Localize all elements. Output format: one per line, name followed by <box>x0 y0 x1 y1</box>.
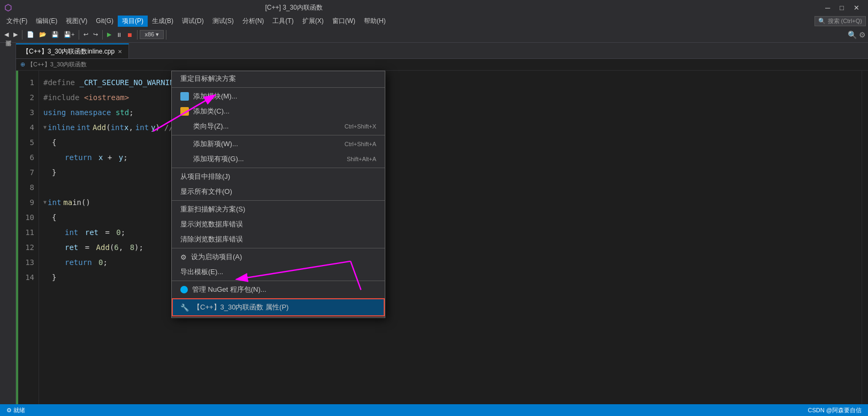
save-all-button[interactable]: 💾+ <box>62 30 77 39</box>
menu-item-retarget[interactable]: 重定目标解决方案 <box>172 71 385 86</box>
redo-button[interactable]: ↪ <box>91 30 100 39</box>
platform-selector[interactable]: x86 ▾ <box>140 30 164 39</box>
code-line-12: ret = Add(6, 8); <box>43 240 862 255</box>
line-num-12: 12 <box>21 240 34 255</box>
title-bar: ⬡ [C++] 3_30内联函数 ─ □ ✕ <box>0 0 868 15</box>
menu-item-add-module[interactable]: 添加模块(M)... <box>172 89 385 104</box>
menu-item-properties[interactable]: 🔧 【C++】3_30内联函数 属性(P) <box>172 298 385 316</box>
menu-item-view[interactable]: 视图(V) <box>62 16 92 27</box>
line-num-1: 1 <box>21 75 34 90</box>
minimize-button[interactable]: ─ <box>821 3 834 13</box>
tab-label: 【C++】3_30内联函数inline.cpp <box>22 47 115 56</box>
menu-item-show-all[interactable]: 显示所有文件(O) <box>172 184 385 199</box>
search-label[interactable]: 搜索 (Ctrl+Q) <box>828 17 862 25</box>
line-num-7: 7 <box>21 165 34 180</box>
menu-item-rescan[interactable]: 重新扫描解决方案(S) <box>172 202 385 217</box>
back-button[interactable]: ◀ <box>2 30 11 39</box>
menu-item-build[interactable]: 生成(B) <box>148 16 178 27</box>
line-num-6: 6 <box>21 150 34 165</box>
editor-area: 【C++】3_30内联函数inline.cpp ✕ ⊕ 【C++】3_30内联函… <box>16 43 868 404</box>
code-line-10: { <box>43 210 862 225</box>
sidebar-icon-solution[interactable]: 解决方案 <box>2 45 14 58</box>
menu-item-analyze[interactable]: 分析(N) <box>238 16 269 27</box>
menu-item-debug[interactable]: 调试(D) <box>178 16 208 27</box>
menu-separator-3 <box>172 168 385 168</box>
toolbar: ◀ ▶ 📄 📂 💾 💾+ ↩ ↪ ▶ ⏸ ⏹ x86 ▾ 🔍 ⚙ <box>0 27 868 43</box>
wrench-icon: 🔧 <box>180 304 189 312</box>
menu-item-clear-db-errors[interactable]: 清除浏览数据库错误 <box>172 232 385 247</box>
menu-separator-1 <box>172 87 385 88</box>
code-line-8 <box>43 180 862 195</box>
breadcrumb-icon: ⊕ <box>20 61 25 68</box>
tab-active[interactable]: 【C++】3_30内联函数inline.cpp ✕ <box>16 43 129 58</box>
green-bar <box>16 71 18 404</box>
line-num-3: 3 <box>21 105 34 120</box>
code-area: 1 2 3 4 5 6 7 8 9 10 11 12 13 14 <box>16 71 868 404</box>
close-button[interactable]: ✕ <box>849 3 864 13</box>
open-button[interactable]: 📂 <box>37 30 49 39</box>
right-toolbar: 🔍 ⚙ <box>848 31 866 39</box>
menu-item-extensions[interactable]: 扩展(X) <box>298 16 328 27</box>
menu-item-help[interactable]: 帮助(H) <box>360 16 390 27</box>
menu-item-edit[interactable]: 编辑(E) <box>32 16 62 27</box>
code-line-4: ▼ inline int Add(int x, int y) // : end) <box>43 120 862 135</box>
nuget-icon <box>180 286 188 293</box>
menu-item-add-new[interactable]: 添加新项(W)... Ctrl+Shift+A <box>172 137 385 152</box>
wizard-icon <box>180 122 189 131</box>
line-numbers: 1 2 3 4 5 6 7 8 9 10 11 12 13 14 <box>19 71 39 404</box>
menu-item-set-startup[interactable]: ⚙ 设为启动项目(A) <box>172 249 385 264</box>
menu-item-file[interactable]: 文件(F) <box>2 16 32 27</box>
save-button[interactable]: 💾 <box>49 30 61 39</box>
line-num-2: 2 <box>21 90 34 105</box>
breadcrumb-text: 【C++】3_30内联函数 <box>27 60 87 69</box>
forward-button[interactable]: ▶ <box>11 30 20 39</box>
code-line-13: return 0; <box>43 255 862 270</box>
code-line-11: int ret = 0; <box>43 225 862 240</box>
menu-item-test[interactable]: 测试(S) <box>208 16 238 27</box>
menu-item-export-template[interactable]: 导出模板(E)... <box>172 264 385 279</box>
line-num-11: 11 <box>21 225 34 240</box>
line-num-14: 14 <box>21 270 34 285</box>
vs-logo: ⬡ <box>4 3 12 13</box>
menu-item-exclude[interactable]: 从项目中排除(J) <box>172 169 385 184</box>
menu-item-project[interactable]: 项目(P) <box>118 16 148 27</box>
menu-item-add-class[interactable]: 添加类(C)... <box>172 104 385 119</box>
line-num-8: 8 <box>21 180 34 195</box>
menu-separator-5 <box>172 248 385 248</box>
status-right: CSDN @阿森要自信 <box>808 406 862 414</box>
new-project-button[interactable]: 📄 <box>25 30 36 39</box>
debug-button[interactable]: ⏸ <box>114 31 124 39</box>
status-left: ⚙ 就绪 <box>6 406 25 414</box>
line-num-9: 9 <box>21 195 34 210</box>
right-scrollbar[interactable] <box>862 71 868 404</box>
status-bar: ⚙ 就绪 CSDN @阿森要自信 <box>0 404 868 416</box>
menu-item-window[interactable]: 窗口(W) <box>328 16 360 27</box>
maximize-button[interactable]: □ <box>835 3 848 13</box>
code-line-1: #define _CRT_SECURE_NO_WARNINGS 1 <box>43 75 862 90</box>
code-line-2: #include <iostream> <box>43 90 862 105</box>
tab-close-icon[interactable]: ✕ <box>118 49 122 55</box>
find-icon[interactable]: 🔍 <box>848 31 857 39</box>
tab-bar: 【C++】3_30内联函数inline.cpp ✕ <box>16 43 868 59</box>
settings-icon[interactable]: ⚙ <box>859 31 866 39</box>
stop-button[interactable]: ⏹ <box>125 31 135 39</box>
code-line-6: return x + y; <box>43 150 862 165</box>
menu-separator-2 <box>172 135 385 135</box>
search-box[interactable]: 🔍 搜索 (Ctrl+Q) <box>814 16 866 26</box>
menu-bar: 文件(F) 编辑(E) 视图(V) Git(G) 项目(P) 生成(B) 调试(… <box>0 15 868 27</box>
existing-icon <box>180 155 189 163</box>
new-item-icon <box>180 140 189 148</box>
menu-item-add-existing[interactable]: 添加现有项(G)... Shift+Alt+A <box>172 152 385 167</box>
dropdown-menu: 重定目标解决方案 添加模块(M)... 添加类(C)... 类向导(Z)... … <box>171 71 385 318</box>
breadcrumb-bar: ⊕ 【C++】3_30内联函数 <box>16 59 868 71</box>
menu-item-tools[interactable]: 工具(T) <box>268 16 298 27</box>
menu-item-nuget[interactable]: 管理 NuGet 程序包(N)... <box>172 282 385 297</box>
menu-item-show-db-errors[interactable]: 显示浏览数据库错误 <box>172 217 385 232</box>
code-content[interactable]: #define _CRT_SECURE_NO_WARNINGS 1 #inclu… <box>39 71 862 404</box>
code-line-3: using namespace std; <box>43 105 862 120</box>
undo-button[interactable]: ↩ <box>81 30 90 39</box>
menu-item-class-wizard[interactable]: 类向导(Z)... Ctrl+Shift+X <box>172 119 385 134</box>
build-button[interactable]: ▶ <box>105 30 113 39</box>
code-line-7: } <box>43 165 862 180</box>
menu-item-git[interactable]: Git(G) <box>92 16 118 26</box>
